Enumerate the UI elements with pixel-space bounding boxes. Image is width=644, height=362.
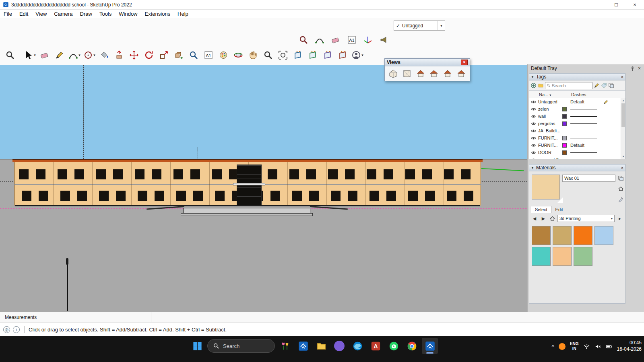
menu-camera[interactable]: Camera	[50, 11, 76, 17]
whatsapp-icon[interactable]	[386, 338, 402, 354]
tag-row-untagged[interactable]: Untagged Default	[529, 98, 625, 105]
tag-row-ceco-net[interactable]: ceco net 2	[529, 156, 625, 159]
paint-bucket-button[interactable]	[97, 49, 111, 62]
wifi-icon[interactable]	[583, 343, 590, 350]
sample-paint-dropper-icon[interactable]	[617, 196, 624, 204]
view-right-button[interactable]	[428, 68, 440, 79]
menu-help[interactable]: Help	[174, 11, 192, 17]
home-icon[interactable]	[549, 215, 556, 222]
file-explorer-icon[interactable]	[313, 338, 329, 354]
close-button[interactable]: ×	[625, 0, 644, 10]
visibility-eye-icon[interactable]	[530, 113, 537, 119]
solid-wedge-button[interactable]	[329, 33, 343, 46]
menu-tools[interactable]: Tools	[96, 11, 115, 17]
purple-app-icon[interactable]	[331, 338, 347, 354]
add-tag-folder-icon[interactable]	[538, 82, 544, 88]
line-tool-button[interactable]	[53, 49, 66, 62]
menu-file[interactable]: File	[0, 11, 16, 17]
speaker-muted-icon[interactable]	[594, 343, 601, 350]
tag-row-wall[interactable]: wall	[529, 113, 625, 120]
section-display-button[interactable]	[306, 49, 320, 62]
tag-row-pergolas[interactable]: pergolas	[529, 120, 625, 127]
tag-color-swatch[interactable]	[562, 143, 567, 148]
circle-dropdown-caret[interactable]: ▾	[93, 53, 95, 57]
section-plane-button[interactable]	[291, 49, 305, 62]
material-swatch[interactable]	[532, 226, 551, 245]
menu-extensions[interactable]: Extensions	[141, 11, 174, 17]
minimize-button[interactable]: –	[588, 0, 607, 10]
tag-search-input[interactable]	[552, 83, 591, 88]
in-model-icon[interactable]	[617, 185, 624, 192]
make-component-button[interactable]	[172, 49, 186, 62]
scrollbar-thumb[interactable]	[621, 103, 625, 127]
add-tag-icon[interactable]	[530, 82, 537, 88]
display-secondary-pane-icon[interactable]	[617, 175, 624, 182]
view-back-button[interactable]	[442, 68, 454, 79]
visibility-eye-icon[interactable]	[530, 106, 537, 112]
look-around-button[interactable]: ▾	[351, 49, 364, 62]
menu-view[interactable]: View	[32, 11, 50, 17]
forward-arrow-icon[interactable]: ▶	[540, 215, 547, 222]
collection-dropdown[interactable]: 3d Printing ▾	[557, 215, 615, 222]
measurements-input[interactable]	[50, 313, 111, 321]
tag-row-door[interactable]: DOOR	[529, 149, 625, 156]
tag-color-swatch[interactable]	[562, 121, 567, 126]
dash-style-line[interactable]	[570, 109, 597, 109]
circle-tool-button[interactable]: ▾	[83, 49, 96, 62]
menu-draw[interactable]: Draw	[76, 11, 96, 17]
info-icon[interactable]: i	[13, 326, 20, 333]
tags-panel-close-icon[interactable]: ×	[621, 75, 623, 79]
materials-panel-close-icon[interactable]: ×	[621, 166, 623, 170]
active-tag-dropdown[interactable]: ✓ Untagged ▾	[394, 21, 445, 31]
edit-tag-icon[interactable]	[594, 82, 600, 88]
menu-window[interactable]: Window	[115, 11, 141, 17]
sketchup-taskbar-icon[interactable]	[295, 338, 311, 354]
collapse-triangle-icon[interactable]: ▼	[531, 75, 534, 79]
material-swatch[interactable]	[574, 226, 592, 245]
view-top-button[interactable]	[401, 68, 413, 79]
tag-row-ja-building[interactable]: JA_Buildi...	[529, 127, 625, 134]
sketchup-active-app-icon[interactable]	[422, 338, 438, 354]
scale-tool-button[interactable]	[157, 49, 171, 62]
axes-tool-button[interactable]	[361, 33, 375, 46]
visibility-eye-icon[interactable]	[530, 142, 537, 148]
view-front-button[interactable]	[414, 68, 427, 79]
visibility-eye-icon[interactable]	[530, 128, 537, 134]
autodesk-app-icon[interactable]	[367, 338, 384, 354]
scroll-up-arrow[interactable]: ▴	[621, 98, 625, 103]
material-name-field[interactable]: Wax 01	[562, 175, 615, 182]
protractor-button[interactable]	[313, 33, 326, 46]
chevron-down-icon[interactable]: ▾	[438, 21, 445, 30]
orbit-tool-button[interactable]	[231, 49, 245, 62]
back-arrow-icon[interactable]: ◀	[531, 215, 538, 222]
tag-details-icon[interactable]	[608, 82, 614, 88]
text-3d-button[interactable]	[345, 33, 359, 46]
battery-icon[interactable]	[606, 343, 613, 350]
push-pull-button[interactable]	[112, 49, 126, 62]
tray-close-icon[interactable]: ×	[638, 66, 641, 71]
widgets-flowers-icon[interactable]	[277, 338, 293, 354]
material-swatch[interactable]	[532, 247, 551, 266]
details-arrow-icon[interactable]: ▸	[616, 215, 623, 222]
zoom-tool-button[interactable]	[261, 49, 275, 62]
taskbar-clock[interactable]: 00:45 16-04-2026	[617, 340, 642, 352]
materials-palette-button[interactable]	[217, 49, 230, 62]
select-dropdown-caret[interactable]: ▾	[34, 53, 36, 57]
zoom-extents-button[interactable]	[276, 49, 290, 62]
color-by-tag-icon[interactable]	[601, 82, 607, 88]
zoom-region-button[interactable]	[187, 49, 200, 62]
scroll-down-arrow[interactable]: ▾	[621, 154, 625, 159]
language-indicator[interactable]: ENG IN	[570, 341, 579, 351]
chrome-icon[interactable]	[404, 338, 420, 354]
section-fill-button[interactable]	[321, 49, 334, 62]
maximize-button[interactable]: □	[607, 0, 625, 10]
visibility-eye-icon[interactable]	[530, 121, 537, 127]
tag-row-furniture-2[interactable]: FURNIT... Default	[529, 142, 625, 149]
material-swatch[interactable]	[574, 247, 592, 266]
tab-select[interactable]: Select	[531, 206, 551, 213]
material-swatch[interactable]	[553, 226, 572, 245]
materials-panel-header[interactable]: ▼ Materials ×	[529, 164, 625, 171]
chevron-down-icon[interactable]: ▾	[611, 217, 613, 220]
geolocation-icon[interactable]: ◎	[3, 326, 10, 333]
rotate-tool-button[interactable]	[142, 49, 156, 62]
